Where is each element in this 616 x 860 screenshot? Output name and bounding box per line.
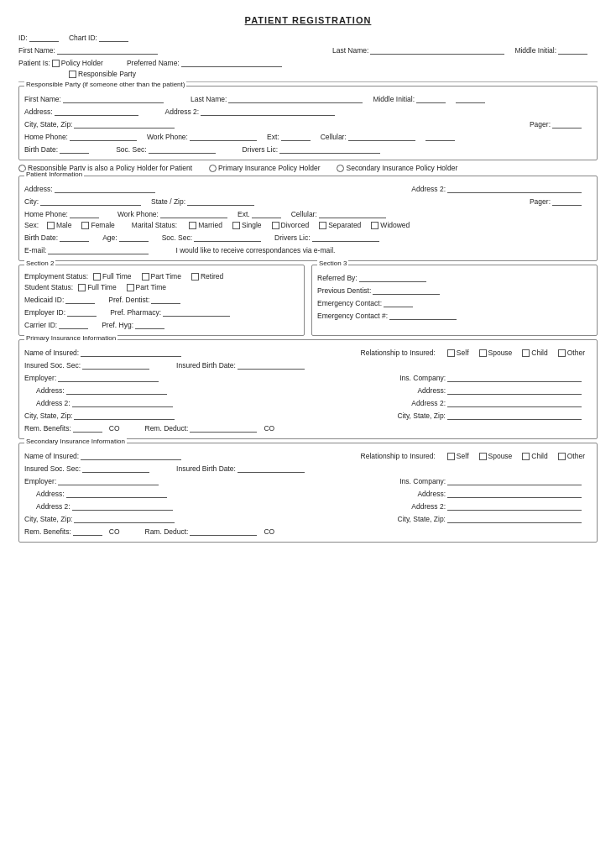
pi-child-box[interactable] bbox=[522, 349, 530, 357]
male-checkbox[interactable]: Male bbox=[47, 221, 73, 229]
married-box[interactable] bbox=[189, 222, 196, 229]
rp-pager-field[interactable] bbox=[552, 118, 582, 128]
si-insured-birth-field[interactable] bbox=[238, 463, 305, 473]
widowed-checkbox[interactable]: Widowed bbox=[371, 221, 411, 229]
pi-spouse-box[interactable] bbox=[479, 349, 487, 357]
pi-addr-right-field[interactable] bbox=[447, 385, 582, 395]
rp-drivers-lic-field[interactable] bbox=[279, 144, 380, 154]
pi-pager-field[interactable] bbox=[552, 196, 582, 206]
pi-rem-benefits-field[interactable] bbox=[73, 422, 102, 433]
rp-last-name-field[interactable] bbox=[228, 93, 363, 103]
preferred-name-field[interactable] bbox=[181, 57, 282, 67]
rp-first-name-field[interactable] bbox=[63, 93, 164, 103]
responsible-party-box[interactable] bbox=[69, 71, 76, 78]
pref-hyg-field[interactable] bbox=[135, 319, 164, 329]
full-time-box[interactable] bbox=[93, 273, 101, 281]
widowed-box[interactable] bbox=[371, 222, 378, 229]
si-addr-right-field[interactable] bbox=[447, 488, 582, 498]
full-time-checkbox[interactable]: Full Time bbox=[93, 272, 133, 281]
si-spouse-checkbox[interactable]: Spouse bbox=[479, 452, 514, 460]
rp-address-field[interactable] bbox=[55, 106, 138, 116]
id-field[interactable] bbox=[29, 32, 59, 42]
student-part-time-box[interactable] bbox=[127, 284, 134, 291]
si-addr-field[interactable] bbox=[66, 488, 167, 498]
si-self-checkbox[interactable]: Self bbox=[447, 452, 471, 460]
pi-addr-field[interactable] bbox=[66, 385, 167, 395]
carrier-id-field[interactable] bbox=[59, 319, 88, 329]
si-addr2-field[interactable] bbox=[72, 501, 173, 511]
rp-middle-initial-field[interactable] bbox=[416, 93, 446, 103]
si-ins-company-field[interactable] bbox=[447, 475, 582, 485]
rp-city-field[interactable] bbox=[74, 118, 175, 128]
single-box[interactable] bbox=[232, 222, 240, 229]
pi-ins-company-field[interactable] bbox=[447, 372, 582, 382]
pi-child-checkbox[interactable]: Child bbox=[522, 349, 549, 357]
pi-address2-field[interactable] bbox=[447, 183, 582, 193]
rp-cellular-field[interactable] bbox=[348, 131, 415, 141]
part-time-box[interactable] bbox=[142, 273, 149, 281]
pi-city-field[interactable] bbox=[40, 196, 141, 206]
secondary-policy-holder-radio[interactable] bbox=[337, 165, 344, 172]
rp-birth-date-field[interactable] bbox=[60, 144, 89, 154]
si-csz-right-field[interactable] bbox=[447, 513, 582, 523]
primary-policy-holder-radio[interactable] bbox=[209, 165, 217, 172]
pi-csz-field[interactable] bbox=[74, 410, 175, 420]
si-addr2-right-field[interactable] bbox=[447, 501, 582, 511]
pi-home-phone-field[interactable] bbox=[70, 208, 99, 218]
pref-dentist-field[interactable] bbox=[151, 294, 180, 304]
si-other-box[interactable] bbox=[558, 453, 566, 460]
male-box[interactable] bbox=[47, 222, 55, 229]
rp-address2-field[interactable] bbox=[201, 106, 335, 116]
chart-id-field[interactable] bbox=[99, 32, 128, 42]
pi-other-checkbox[interactable]: Other bbox=[558, 349, 587, 357]
last-name-field[interactable] bbox=[370, 45, 504, 55]
secondary-policy-holder-checkbox[interactable]: Secondary Insurance Policy Holder bbox=[337, 164, 459, 172]
si-insured-soc-field[interactable] bbox=[82, 463, 149, 473]
pi-other-box[interactable] bbox=[558, 349, 566, 357]
si-child-checkbox[interactable]: Child bbox=[522, 452, 549, 460]
rp-soc-sec-field[interactable] bbox=[149, 144, 216, 154]
pi-insured-soc-field[interactable] bbox=[82, 359, 149, 370]
primary-policy-holder-checkbox[interactable]: Primary Insurance Policy Holder bbox=[209, 164, 321, 172]
separated-box[interactable] bbox=[319, 222, 326, 229]
divorced-checkbox[interactable]: Divorced bbox=[272, 221, 311, 229]
pi-employer-field[interactable] bbox=[58, 372, 159, 382]
part-time-checkbox[interactable]: Part Time bbox=[142, 272, 183, 281]
si-rem-deduct-field[interactable] bbox=[190, 526, 257, 536]
medicaid-id-field[interactable] bbox=[65, 294, 95, 304]
employer-id-field[interactable] bbox=[67, 307, 97, 317]
si-self-box[interactable] bbox=[447, 453, 455, 460]
student-part-time-checkbox[interactable]: Part Time bbox=[127, 283, 168, 291]
separated-checkbox[interactable]: Separated bbox=[319, 221, 363, 229]
pi-state-zip-field[interactable] bbox=[187, 196, 254, 206]
pi-email-field[interactable] bbox=[48, 244, 149, 254]
pi-name-insured-field[interactable] bbox=[81, 347, 181, 357]
middle-initial-field[interactable] bbox=[558, 45, 587, 55]
retired-checkbox[interactable]: Retired bbox=[191, 272, 225, 281]
si-other-checkbox[interactable]: Other bbox=[558, 452, 587, 460]
retired-box[interactable] bbox=[191, 273, 199, 281]
rp-home-phone-field[interactable] bbox=[70, 131, 137, 141]
responsible-party-checkbox[interactable]: Responsible Party bbox=[69, 70, 138, 78]
emergency-contact-num-field[interactable] bbox=[389, 310, 457, 320]
policy-holder-checkbox[interactable]: Policy Holder bbox=[52, 59, 105, 67]
pi-work-phone-field[interactable] bbox=[160, 208, 227, 218]
pref-pharmacy-field[interactable] bbox=[163, 307, 230, 317]
student-full-time-box[interactable] bbox=[78, 284, 86, 291]
si-csz-field[interactable] bbox=[74, 513, 175, 523]
referred-by-field[interactable] bbox=[359, 272, 426, 282]
pi-rem-deduct-field[interactable] bbox=[190, 422, 257, 433]
pi-soc-sec-field[interactable] bbox=[194, 232, 261, 242]
policy-holder-box[interactable] bbox=[52, 60, 60, 67]
pi-age-field[interactable] bbox=[119, 232, 149, 242]
si-rem-benefits-field[interactable] bbox=[73, 526, 102, 536]
rp-cellular-extra[interactable] bbox=[425, 131, 455, 141]
pi-csz-right-field[interactable] bbox=[447, 410, 582, 420]
married-checkbox[interactable]: Married bbox=[189, 221, 224, 229]
pi-addr2-field[interactable] bbox=[72, 397, 173, 407]
female-checkbox[interactable]: Female bbox=[81, 221, 116, 229]
single-checkbox[interactable]: Single bbox=[232, 221, 264, 229]
pi-ext-field[interactable] bbox=[252, 208, 281, 218]
rp-extra-field[interactable] bbox=[456, 93, 485, 103]
emergency-contact-field[interactable] bbox=[384, 297, 413, 307]
